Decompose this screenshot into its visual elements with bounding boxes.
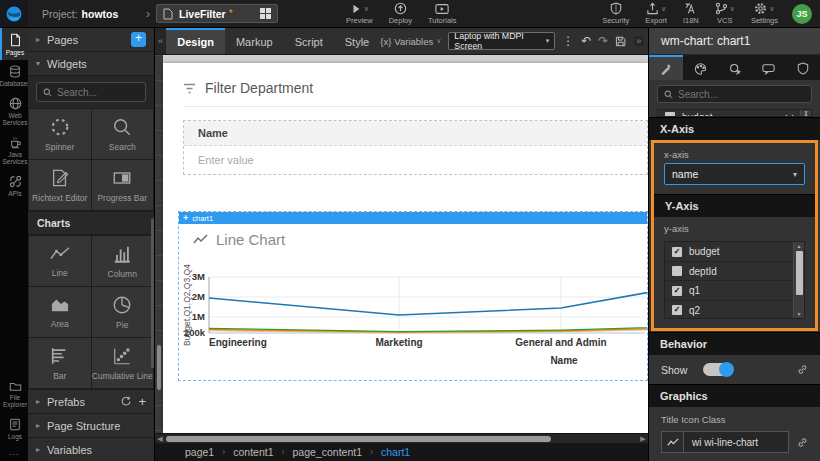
add-page-button[interactable]: + <box>131 32 146 47</box>
hscroll-thumb[interactable] <box>166 436 551 442</box>
list-item[interactable]: ✓ q2 <box>665 301 804 320</box>
move-handle-icon[interactable]: + <box>183 213 188 223</box>
widget-tile-bar[interactable]: Bar <box>29 338 91 388</box>
scroll-left-icon[interactable]: ◀ <box>155 434 165 443</box>
breadcrumb-item-content1[interactable]: content1 <box>233 446 273 458</box>
widget-tile-line[interactable]: Line <box>29 236 91 286</box>
list-item[interactable]: ✓ q1 <box>665 281 804 301</box>
widget-tile-pie[interactable]: Pie <box>92 287 154 337</box>
shield2-icon <box>797 62 809 75</box>
redo-icon[interactable]: ↷ <box>598 35 608 47</box>
collapse-right-button[interactable]: » <box>634 36 644 46</box>
bind-link-icon[interactable] <box>797 364 808 375</box>
checkbox[interactable]: ✓ <box>672 305 682 315</box>
breadcrumb-item-page_content1[interactable]: page_content1 <box>293 446 362 458</box>
rail-item-logs[interactable]: Logs <box>0 413 28 444</box>
checkbox[interactable] <box>672 266 682 276</box>
svg-text:3M: 3M <box>192 271 205 282</box>
x-axis-select[interactable]: name ▾ <box>664 163 805 185</box>
deploy-button[interactable]: Deploy <box>381 0 420 27</box>
widget-tile-search[interactable]: Search <box>92 109 154 159</box>
chart-widget[interactable]: + chart1 Line Chart 3M2M1M200kEngineerin… <box>178 211 648 381</box>
checkbox[interactable] <box>665 112 675 117</box>
properties-tab-shield2[interactable] <box>786 55 820 80</box>
checkbox[interactable]: ✓ <box>672 286 682 296</box>
spinner-icon <box>50 117 70 137</box>
rail-more-button[interactable]: ... <box>0 444 28 461</box>
preview-button[interactable]: ∨ Preview <box>338 0 381 27</box>
title-icon-class-input[interactable]: wi wi-line-chart <box>683 431 789 453</box>
undo-icon[interactable]: ↶ <box>581 35 591 47</box>
sidebar-section-page-structure[interactable]: ▸Page Structure <box>28 413 154 437</box>
properties-search-input[interactable] <box>678 89 805 100</box>
tab-design[interactable]: Design <box>166 28 225 54</box>
export-button[interactable]: ∨ Export <box>637 2 675 25</box>
properties-tab-inspect[interactable] <box>717 55 751 80</box>
more-options-icon[interactable]: ⋮ <box>562 35 574 47</box>
list-scrollbar[interactable]: ▲▼ <box>793 242 804 318</box>
show-toggle[interactable] <box>703 363 733 376</box>
rail-item-file-explorer[interactable]: File Explorer <box>0 375 28 413</box>
logs-icon <box>9 418 21 431</box>
canvas-hscrollbar[interactable]: ◀ ▶ <box>155 433 648 443</box>
widget-tile-area[interactable]: Area <box>29 287 91 337</box>
tab-style[interactable]: Style <box>334 28 380 54</box>
settings-button[interactable]: ∨ Settings <box>743 2 786 25</box>
page-tab-livefilter[interactable]: LiveFilter * <box>156 4 278 23</box>
scroll-right-icon[interactable]: ▶ <box>638 434 648 443</box>
list-item[interactable]: budget <box>658 110 811 117</box>
user-avatar[interactable]: JS <box>792 4 812 24</box>
i18n-button[interactable]: I18N <box>675 2 707 25</box>
checkbox[interactable]: ✓ <box>672 247 682 257</box>
breadcrumb-item-chart1[interactable]: chart1 <box>381 446 410 458</box>
rail-item-databases[interactable]: Databases <box>0 60 28 91</box>
rail-item-pages[interactable]: Pages <box>0 28 28 60</box>
widget-tile-cumulative-line[interactable]: Cumulative Line <box>92 338 154 388</box>
svg-text:Name: Name <box>550 355 578 366</box>
widget-tile-progress-bar[interactable]: Progress Bar <box>92 160 154 210</box>
sidebar-section-pages[interactable]: ▸ Pages + <box>28 28 154 52</box>
tutorials-button[interactable]: Tutorials <box>420 0 464 27</box>
canvas-vscroll-thumb[interactable] <box>157 345 161 390</box>
properties-tab-palette[interactable] <box>683 55 717 80</box>
title-icon-class-row: wi wi-line-chart <box>661 431 808 453</box>
i18n-icon <box>684 2 698 15</box>
widget-tile-spinner[interactable]: Spinner <box>29 109 91 159</box>
tab-script[interactable]: Script <box>284 28 334 54</box>
filter-form-header: Filter Department <box>183 80 648 107</box>
sidebar-section-variables[interactable]: ▸Variables <box>28 437 154 461</box>
rail-item-apis[interactable]: APIs <box>0 170 28 201</box>
list-item[interactable]: ✓ budget <box>665 242 804 262</box>
widget-tile-column[interactable]: Column <box>92 236 154 286</box>
properties-tab-chat[interactable] <box>752 55 786 80</box>
svg-text:General and Admin: General and Admin <box>515 337 606 348</box>
chart-title-row: Line Chart <box>179 224 647 254</box>
collapse-left-button[interactable]: « <box>155 28 166 54</box>
list-scrollbar[interactable]: ▲▼ <box>800 110 811 116</box>
grid-icon[interactable] <box>260 8 271 19</box>
security-button[interactable]: Security <box>594 2 637 25</box>
tab-markup[interactable]: Markup <box>225 28 284 54</box>
vcs-button[interactable]: ∨ VCS <box>707 2 743 25</box>
app-logo[interactable] <box>0 0 28 27</box>
variables-dropdown[interactable]: {x} Variables ∨ <box>380 36 441 47</box>
chevron-down-icon: ∨ <box>436 37 441 45</box>
play-icon <box>350 3 362 15</box>
sidebar-section-widgets[interactable]: ▾ Widgets <box>28 52 154 76</box>
save-icon[interactable] <box>615 35 626 48</box>
widget-tile-richtext-editor[interactable]: Richtext Editor <box>29 160 91 210</box>
properties-panel: wm-chart: chart1 budget deptCode deptId … <box>648 28 820 461</box>
name-filter-input[interactable] <box>184 146 647 174</box>
sidebar-section-prefabs[interactable]: ▸Prefabs + <box>28 389 154 413</box>
rail-item-web-services[interactable]: Web Services <box>0 92 28 131</box>
properties-tab-pencil[interactable] <box>649 55 683 80</box>
selected-widget-badge[interactable]: + chart1 <box>179 212 647 224</box>
rail-item-java-services[interactable]: Java Services <box>0 131 28 170</box>
breadcrumb-item-page1[interactable]: page1 <box>185 446 214 458</box>
list-item[interactable]: deptId <box>665 262 804 282</box>
palette-scrollbar[interactable] <box>151 218 154 368</box>
topbar-right-actions: Security ∨ Export I18N ∨ VCS ∨ Settings … <box>594 0 820 27</box>
device-select[interactable]: Laptop with MDPI Screen ▾ <box>448 32 555 50</box>
bind-link-icon[interactable] <box>797 437 808 448</box>
widget-search-input[interactable] <box>57 87 139 98</box>
